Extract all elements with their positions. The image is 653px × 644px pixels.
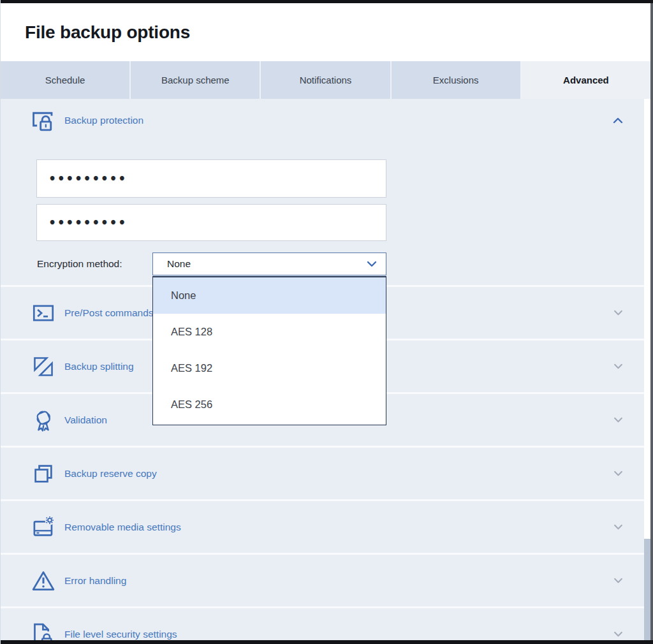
file-lock-icon [29, 620, 57, 641]
row-header[interactable]: Removable media settings [1, 501, 650, 553]
section-removable-media-settings: Removable media settings [1, 501, 650, 553]
selected-value: None [153, 258, 191, 270]
row-label: Pre/Post commands [64, 307, 154, 319]
backup-protection-header[interactable]: Backup protection [1, 99, 650, 142]
confirm-password-field-wrap [36, 204, 386, 241]
split-square-icon [29, 353, 57, 381]
vertical-scrollbar[interactable] [644, 99, 650, 640]
copy-squares-icon [29, 460, 57, 488]
section-label: Backup protection [64, 115, 143, 126]
chevron-down-icon[interactable] [609, 360, 627, 373]
tab-advanced[interactable]: Advanced [522, 61, 650, 99]
section-backup-protection: Backup protection Encryption method: Non… [1, 99, 650, 285]
row-label: File level security settings [64, 629, 177, 640]
screen-lock-icon [29, 106, 57, 135]
tab-notifications[interactable]: Notifications [261, 61, 391, 99]
section-backup-reserve-copy: Backup reserve copy [1, 448, 650, 499]
encryption-method-select[interactable]: None [152, 252, 386, 275]
row-label: Error handling [64, 575, 126, 587]
window-bottom-edge [1, 640, 653, 644]
chevron-down-icon[interactable] [609, 467, 627, 480]
encryption-method-label: Encryption method: [37, 258, 122, 270]
window-top-edge [1, 0, 653, 3]
section-error-handling: Error handling [1, 555, 650, 606]
confirm-password-input[interactable] [37, 205, 386, 240]
tab-schedule[interactable]: Schedule [1, 61, 131, 99]
tab-backup-scheme[interactable]: Backup scheme [131, 61, 261, 99]
chevron-up-icon[interactable] [609, 114, 627, 127]
dropdown-option-aes-128[interactable]: AES 128 [153, 314, 386, 350]
password-field-wrap [36, 159, 386, 198]
chevron-down-icon[interactable] [609, 628, 627, 641]
row-label: Backup splitting [64, 361, 134, 372]
drive-gear-icon [29, 513, 57, 541]
page-title: File backup options [1, 22, 190, 43]
tab-bar: Schedule Backup scheme Notifications Exc… [1, 61, 650, 99]
file-backup-options-dialog: File backup options Schedule Backup sche… [0, 0, 653, 644]
chevron-down-icon[interactable] [609, 521, 627, 534]
dropdown-option-aes-192[interactable]: AES 192 [153, 350, 386, 386]
password-input[interactable] [37, 160, 386, 197]
warning-triangle-icon [29, 567, 57, 595]
dropdown-option-none[interactable]: None [153, 277, 386, 314]
section-file-level-security: File level security settings [1, 608, 650, 640]
terminal-icon [29, 299, 57, 327]
row-header[interactable]: Backup reserve copy [1, 448, 650, 499]
chevron-down-icon [367, 261, 377, 267]
window-right-edge [650, 0, 653, 644]
dropdown-option-aes-256[interactable]: AES 256 [153, 386, 386, 423]
row-header[interactable]: File level security settings [1, 608, 650, 640]
row-label: Removable media settings [64, 522, 181, 533]
tab-exclusions[interactable]: Exclusions [392, 61, 522, 99]
row-label: Backup reserve copy [64, 468, 157, 479]
row-label: Validation [64, 414, 107, 426]
rosette-icon [29, 406, 57, 434]
chevron-down-icon[interactable] [609, 574, 627, 587]
encryption-method-dropdown: None AES 128 AES 192 AES 256 [152, 276, 386, 425]
row-header[interactable]: Error handling [1, 555, 650, 606]
chevron-down-icon[interactable] [609, 307, 627, 319]
dialog-header: File backup options [1, 3, 650, 61]
chevron-down-icon[interactable] [609, 414, 627, 427]
scrollbar-thumb[interactable] [644, 539, 650, 640]
